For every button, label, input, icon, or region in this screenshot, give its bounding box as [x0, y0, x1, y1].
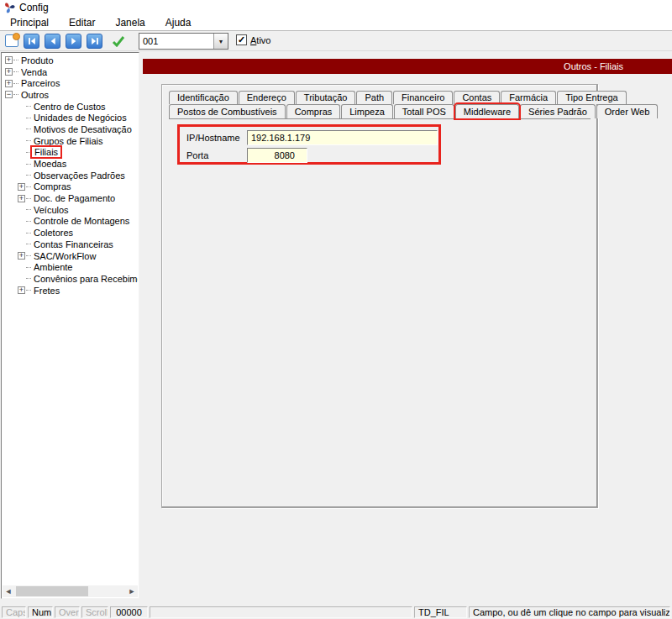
tab[interactable]: Limpeza: [341, 104, 393, 118]
tree-item-label[interactable]: Fretes: [32, 286, 61, 296]
first-record-button[interactable]: [24, 34, 39, 49]
section-header-bar: Outros - Filiais: [143, 59, 672, 74]
record-combo[interactable]: 001 ▼: [139, 33, 228, 50]
tree-item[interactable]: + Produto: [3, 55, 138, 66]
tree-item-label[interactable]: Venda: [19, 67, 49, 77]
last-record-button[interactable]: [87, 34, 102, 49]
tree-item[interactable]: + Fretes: [3, 285, 138, 296]
tree-item[interactable]: + SAC/WorkFlow: [3, 250, 138, 262]
tree-item[interactable]: Controle de Montagens: [3, 216, 138, 228]
tree-item[interactable]: Veículos: [3, 204, 138, 216]
menu-principal[interactable]: Principal: [0, 15, 59, 30]
tree-item-label[interactable]: Unidades de Negócios: [32, 113, 129, 123]
menu-janela[interactable]: Janela: [105, 15, 155, 30]
tree-item-label[interactable]: Observações Padrões: [32, 170, 127, 181]
tab[interactable]: Compras: [286, 104, 341, 118]
tab[interactable]: Identificação: [169, 91, 238, 104]
tree-item[interactable]: Motivos de Desativação: [3, 123, 138, 135]
tab[interactable]: Farmácia: [501, 91, 556, 104]
expand-toggle-icon[interactable]: +: [18, 183, 25, 191]
tree-item-label[interactable]: Motivos de Desativação: [32, 124, 134, 134]
first-record-icon: [26, 35, 38, 47]
scrollbar-thumb[interactable]: [16, 586, 88, 596]
tree-item[interactable]: + Doc. de Pagamento: [3, 192, 138, 204]
tree-item-label[interactable]: Coletores: [32, 228, 75, 238]
tree-item[interactable]: Filiais: [3, 147, 138, 159]
tab[interactable]: Tributação: [296, 91, 356, 104]
previous-record-button[interactable]: [45, 34, 60, 49]
tree-horizontal-scrollbar[interactable]: ◄ ►: [3, 585, 138, 597]
porta-input[interactable]: [247, 148, 307, 163]
tree-item-label[interactable]: Produto: [19, 55, 55, 66]
tab[interactable]: Middleware: [455, 104, 519, 118]
tree-item[interactable]: Ambiente: [3, 261, 138, 273]
tree-item[interactable]: Observações Padrões: [3, 170, 138, 181]
tree-item-label[interactable]: Controle de Montagens: [32, 216, 131, 226]
tree-item-label[interactable]: Filiais: [30, 145, 62, 159]
expand-toggle-icon[interactable]: +: [18, 286, 25, 294]
expand-toggle-icon[interactable]: +: [18, 252, 25, 260]
expand-toggle-icon[interactable]: −: [5, 91, 13, 98]
tree-item-label[interactable]: Doc. de Pagamento: [32, 193, 117, 203]
tree-connector: [13, 71, 18, 72]
ip-hostname-input[interactable]: [247, 130, 438, 145]
tree-item-label[interactable]: Veículos: [32, 205, 71, 215]
tree-item-label[interactable]: Outros: [19, 90, 50, 100]
tab[interactable]: Tipo Entrega: [557, 91, 627, 104]
tab[interactable]: Totall POS: [394, 104, 454, 118]
tree-connector: [13, 94, 18, 95]
combo-dropdown-icon[interactable]: ▼: [213, 34, 228, 49]
middleware-tab-page: IP/Hostname Porta: [169, 118, 591, 488]
tab[interactable]: Contas: [454, 91, 500, 104]
tree-item[interactable]: − Outros: [3, 89, 138, 101]
expand-toggle-icon[interactable]: +: [5, 56, 13, 64]
tab-label: Order Web: [605, 107, 650, 117]
ip-hostname-row: IP/Hostname: [186, 130, 438, 145]
scroll-right-icon[interactable]: ►: [126, 585, 138, 597]
active-checkbox-wrap: ✓ Ativo: [236, 34, 270, 45]
expand-toggle-icon[interactable]: +: [18, 195, 25, 202]
tree-item[interactable]: Convênios para Recebimentos c: [3, 273, 138, 285]
tab[interactable]: Séries Padrão: [520, 104, 596, 118]
tab[interactable]: Order Web: [596, 104, 659, 118]
tree-item[interactable]: Grupos de Filiais: [3, 135, 138, 147]
tree-item[interactable]: + Compras: [3, 181, 138, 193]
new-record-icon[interactable]: [5, 34, 18, 47]
next-record-button[interactable]: [66, 34, 81, 49]
tree-item[interactable]: + Parceiros: [3, 77, 138, 89]
tree-item-label[interactable]: SAC/WorkFlow: [32, 251, 97, 261]
expand-toggle-icon[interactable]: +: [5, 80, 13, 87]
last-record-icon: [89, 35, 101, 47]
tab[interactable]: Endereço: [239, 91, 295, 104]
tree-item-label[interactable]: Compras: [32, 181, 73, 191]
tree-item-label[interactable]: Ambiente: [32, 262, 74, 272]
caps-indicator: Caps: [2, 606, 26, 618]
tab[interactable]: Financeiro: [393, 91, 453, 104]
tree-item[interactable]: Coletores: [3, 227, 138, 239]
tree-connector: [26, 255, 31, 256]
tree-item[interactable]: Contas Financeiras: [3, 239, 138, 250]
expand-toggle-icon[interactable]: +: [5, 68, 13, 76]
tree-item[interactable]: Moedas: [3, 158, 138, 170]
menu-editar[interactable]: Editar: [59, 15, 105, 30]
tab[interactable]: Postos de Combustíveis: [169, 104, 286, 118]
confirm-button[interactable]: [110, 34, 127, 49]
tree-connector: [26, 267, 31, 268]
tab[interactable]: Path: [356, 91, 392, 104]
menu-ajuda[interactable]: Ajuda: [155, 15, 202, 30]
active-checkbox[interactable]: ✓: [236, 34, 247, 45]
tree-connector: [26, 118, 31, 118]
tree-item-label[interactable]: Moedas: [32, 159, 68, 169]
tab-label: Path: [365, 92, 384, 102]
tree-item-label[interactable]: Parceiros: [19, 78, 61, 88]
tree-item-label[interactable]: Convênios para Recebimentos c: [32, 274, 138, 284]
tree-item[interactable]: + Venda: [3, 66, 138, 78]
window-title: Config: [19, 2, 49, 13]
tree-item-label[interactable]: Centro de Custos: [32, 102, 108, 112]
scroll-left-icon[interactable]: ◄: [3, 585, 14, 597]
tree-connector: [26, 209, 31, 210]
tree-item-label[interactable]: Contas Financeiras: [32, 239, 115, 249]
tree-item[interactable]: Unidades de Negócios: [3, 112, 138, 123]
tree-item[interactable]: Centro de Custos: [3, 101, 138, 113]
tree-item-label[interactable]: Grupos de Filiais: [32, 136, 105, 146]
